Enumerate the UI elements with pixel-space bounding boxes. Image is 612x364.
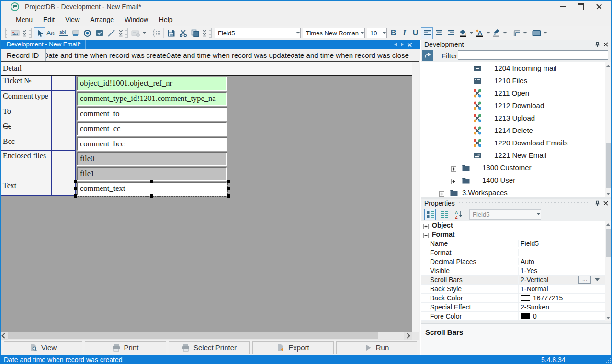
fill-color-button[interactable]: [457, 27, 469, 39]
font-color-button[interactable]: A: [474, 27, 486, 39]
tab-close-icon[interactable]: [408, 42, 412, 47]
font-size-combo[interactable]: 10: [367, 28, 387, 38]
export-button[interactable]: Export: [252, 341, 334, 354]
tree-item-1204-incoming-mail[interactable]: 1204 Incoming mail: [421, 62, 612, 75]
scroll-up-icon[interactable]: [605, 221, 612, 228]
toolbar-overflow-icon[interactable]: [201, 27, 207, 39]
border-style-button[interactable]: [510, 27, 522, 39]
scrollbar-thumb[interactable]: [606, 229, 611, 257]
expand-icon[interactable]: [439, 190, 444, 195]
italic-button[interactable]: I: [399, 27, 410, 39]
bold-button[interactable]: B: [388, 27, 399, 39]
scrollbar-thumb[interactable]: [8, 332, 378, 339]
selection-handle[interactable]: [227, 187, 230, 190]
canvas-vertical-scrollbar[interactable]: [412, 62, 419, 332]
dropdown-icon[interactable]: [543, 27, 547, 39]
column-header-record-id[interactable]: Record ID: [0, 49, 46, 61]
alphabetical-sort-button[interactable]: AZ: [453, 209, 465, 220]
column-header-date-and-time-when-record-was-closed[interactable]: Date and time when record was closed: [293, 49, 409, 61]
canvas-horizontal-scrollbar[interactable]: [0, 332, 419, 340]
field-list-button[interactable]: [150, 27, 162, 39]
toolbar-overflow-icon[interactable]: [117, 27, 124, 39]
property-row-format[interactable]: Format: [421, 248, 606, 257]
dropdown-icon[interactable]: [142, 27, 147, 39]
tree-scrollbar[interactable]: [605, 62, 612, 197]
categorized-view-button[interactable]: [424, 209, 436, 220]
print-button[interactable]: Print: [85, 341, 166, 354]
expand-icon[interactable]: [451, 177, 456, 183]
selection-handle[interactable]: [74, 187, 77, 190]
selection-handle[interactable]: [150, 194, 153, 198]
tree-item-1214-delete[interactable]: 1214 Delete: [421, 124, 612, 137]
button-tool-button[interactable]: [69, 27, 81, 39]
scroll-left-icon[interactable]: [0, 332, 8, 340]
radio-tool-button[interactable]: [81, 27, 93, 39]
highlight-color-button[interactable]: [490, 27, 502, 39]
dropdown-icon[interactable]: [502, 27, 507, 39]
collapse-icon[interactable]: [423, 232, 429, 237]
fill-rectangle-button[interactable]: [531, 27, 543, 39]
menu-arrange[interactable]: Arrange: [85, 14, 119, 25]
property-section-object[interactable]: Object: [421, 221, 606, 230]
copy-button[interactable]: [189, 27, 201, 39]
property-row-back-color[interactable]: Back Color16777215: [421, 294, 606, 303]
field-selector-combo[interactable]: Field5: [215, 28, 301, 38]
dropdown-icon[interactable]: [522, 27, 527, 39]
checkbox-tool-button[interactable]: [93, 27, 105, 39]
expand-icon[interactable]: [451, 165, 456, 170]
menu-help[interactable]: Help: [154, 14, 178, 25]
selection-handle[interactable]: [150, 180, 153, 183]
close-panel-icon[interactable]: [602, 41, 609, 48]
list-view-button[interactable]: [439, 209, 450, 220]
toolbar-overflow-icon[interactable]: [21, 27, 27, 39]
dropdown-icon[interactable]: [469, 27, 474, 39]
tab-scroll-left-icon[interactable]: [393, 42, 397, 47]
tree-item-1212-download[interactable]: 1212 Download: [421, 99, 612, 112]
tree-item-1213-upload[interactable]: 1213 Upload: [421, 112, 612, 124]
property-row-scroll-bars[interactable]: Scroll Bars2-Vertical...: [421, 276, 606, 285]
column-header-date-and-time-when-record-was-updated[interactable]: Date and time when record was updated: [168, 49, 293, 61]
tab-development-new-email[interactable]: Development - New Email*: [2, 40, 86, 49]
align-right-button[interactable]: [445, 27, 457, 39]
property-section-format[interactable]: Format: [421, 230, 606, 239]
design-canvas[interactable]: Detail Ticket №Comment typeToCcBccEnclos…: [0, 62, 419, 332]
image-button-tool[interactable]: [130, 27, 142, 39]
pin-icon[interactable]: [594, 41, 601, 48]
tree-item-1221-new-email[interactable]: 1221 New Email: [421, 149, 612, 162]
close-panel-icon[interactable]: [602, 200, 609, 207]
label-tool-button[interactable]: Aa: [45, 27, 57, 39]
scroll-down-icon[interactable]: [605, 190, 612, 197]
tree-item-1220-download-emails[interactable]: 1220 Download Emails: [421, 137, 612, 149]
property-row-visible[interactable]: Visible1-Yes: [421, 266, 606, 276]
maximize-button[interactable]: [572, 0, 590, 13]
design-field-comment-bcc[interactable]: comment_bcc: [77, 137, 227, 151]
view-button[interactable]: View: [4, 341, 82, 354]
tree-item-1300-customer[interactable]: 1300 Customer: [421, 162, 612, 174]
design-field-object-id[interactable]: object_id!1001.object_ref_nr: [77, 77, 227, 91]
expand-icon[interactable]: [423, 223, 429, 228]
cut-button[interactable]: [177, 27, 189, 39]
dropdown-icon[interactable]: [595, 278, 600, 281]
filter-input[interactable]: [458, 50, 608, 60]
properties-scrollbar[interactable]: [605, 221, 612, 321]
scrollbar-thumb[interactable]: [606, 143, 611, 188]
column-header-date-and-time-when-record-was-created[interactable]: Date and time when record was created: [46, 49, 168, 61]
navigate-arrow-button[interactable]: [422, 50, 433, 61]
select-printer-button[interactable]: Select Printer: [169, 341, 250, 354]
tree-item-1210-files[interactable]: 1210 Files: [421, 75, 612, 87]
scroll-up-icon[interactable]: [605, 62, 612, 69]
menu-window[interactable]: Window: [119, 14, 154, 25]
property-row-decimal-places[interactable]: Decimal PlacesAuto: [421, 257, 606, 266]
selection-handle[interactable]: [74, 194, 77, 198]
tree-item-3-workspaces[interactable]: 3.Workspaces: [421, 187, 612, 197]
line-tool-button[interactable]: [105, 27, 117, 39]
underline-button[interactable]: U: [410, 27, 421, 39]
resize-grip[interactable]: [605, 357, 611, 363]
dropdown-icon[interactable]: [486, 27, 490, 39]
ellipsis-button[interactable]: ...: [578, 276, 591, 284]
selection-handle[interactable]: [74, 180, 77, 183]
pin-icon[interactable]: [594, 200, 601, 207]
report-image-button[interactable]: [9, 27, 21, 39]
run-button[interactable]: Run: [336, 341, 417, 354]
design-field-file0[interactable]: file0: [77, 152, 227, 166]
